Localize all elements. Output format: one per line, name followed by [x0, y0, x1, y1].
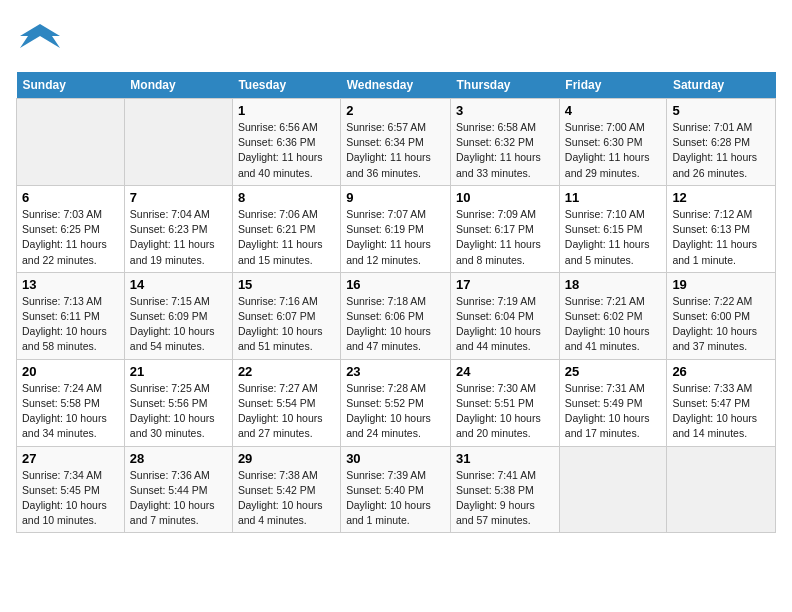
day-info: Sunrise: 7:28 AMSunset: 5:52 PMDaylight:…: [346, 382, 431, 440]
day-number: 20: [22, 364, 119, 379]
day-info: Sunrise: 7:39 AMSunset: 5:40 PMDaylight:…: [346, 469, 431, 527]
day-info: Sunrise: 7:38 AMSunset: 5:42 PMDaylight:…: [238, 469, 323, 527]
day-info: Sunrise: 7:00 AMSunset: 6:30 PMDaylight:…: [565, 121, 650, 179]
calendar-cell: 9 Sunrise: 7:07 AMSunset: 6:19 PMDayligh…: [341, 185, 451, 272]
calendar-cell: 18 Sunrise: 7:21 AMSunset: 6:02 PMDaylig…: [559, 272, 667, 359]
day-info: Sunrise: 7:15 AMSunset: 6:09 PMDaylight:…: [130, 295, 215, 353]
day-info: Sunrise: 7:03 AMSunset: 6:25 PMDaylight:…: [22, 208, 107, 266]
calendar-cell: 17 Sunrise: 7:19 AMSunset: 6:04 PMDaylig…: [451, 272, 560, 359]
svg-marker-0: [20, 24, 60, 48]
day-info: Sunrise: 7:25 AMSunset: 5:56 PMDaylight:…: [130, 382, 215, 440]
day-number: 27: [22, 451, 119, 466]
day-number: 24: [456, 364, 554, 379]
day-info: Sunrise: 7:13 AMSunset: 6:11 PMDaylight:…: [22, 295, 107, 353]
day-info: Sunrise: 7:07 AMSunset: 6:19 PMDaylight:…: [346, 208, 431, 266]
day-number: 18: [565, 277, 662, 292]
day-info: Sunrise: 7:27 AMSunset: 5:54 PMDaylight:…: [238, 382, 323, 440]
week-row-1: 1 Sunrise: 6:56 AMSunset: 6:36 PMDayligh…: [17, 99, 776, 186]
calendar-cell: 5 Sunrise: 7:01 AMSunset: 6:28 PMDayligh…: [667, 99, 776, 186]
day-number: 8: [238, 190, 335, 205]
day-header-sunday: Sunday: [17, 72, 125, 99]
day-info: Sunrise: 7:34 AMSunset: 5:45 PMDaylight:…: [22, 469, 107, 527]
week-row-4: 20 Sunrise: 7:24 AMSunset: 5:58 PMDaylig…: [17, 359, 776, 446]
day-number: 23: [346, 364, 445, 379]
calendar-cell: 14 Sunrise: 7:15 AMSunset: 6:09 PMDaylig…: [124, 272, 232, 359]
calendar-cell: 20 Sunrise: 7:24 AMSunset: 5:58 PMDaylig…: [17, 359, 125, 446]
day-number: 4: [565, 103, 662, 118]
day-number: 29: [238, 451, 335, 466]
day-number: 26: [672, 364, 770, 379]
calendar-cell: 4 Sunrise: 7:00 AMSunset: 6:30 PMDayligh…: [559, 99, 667, 186]
calendar-cell: 2 Sunrise: 6:57 AMSunset: 6:34 PMDayligh…: [341, 99, 451, 186]
logo-icon: [16, 16, 64, 64]
calendar-cell: 10 Sunrise: 7:09 AMSunset: 6:17 PMDaylig…: [451, 185, 560, 272]
day-number: 2: [346, 103, 445, 118]
day-info: Sunrise: 7:09 AMSunset: 6:17 PMDaylight:…: [456, 208, 541, 266]
day-header-wednesday: Wednesday: [341, 72, 451, 99]
calendar-cell: [17, 99, 125, 186]
calendar-cell: [124, 99, 232, 186]
day-header-tuesday: Tuesday: [232, 72, 340, 99]
day-header-thursday: Thursday: [451, 72, 560, 99]
day-info: Sunrise: 7:01 AMSunset: 6:28 PMDaylight:…: [672, 121, 757, 179]
calendar-cell: 16 Sunrise: 7:18 AMSunset: 6:06 PMDaylig…: [341, 272, 451, 359]
day-number: 7: [130, 190, 227, 205]
day-info: Sunrise: 7:30 AMSunset: 5:51 PMDaylight:…: [456, 382, 541, 440]
day-info: Sunrise: 7:24 AMSunset: 5:58 PMDaylight:…: [22, 382, 107, 440]
calendar-cell: 28 Sunrise: 7:36 AMSunset: 5:44 PMDaylig…: [124, 446, 232, 533]
calendar-cell: 6 Sunrise: 7:03 AMSunset: 6:25 PMDayligh…: [17, 185, 125, 272]
day-number: 31: [456, 451, 554, 466]
calendar-cell: 12 Sunrise: 7:12 AMSunset: 6:13 PMDaylig…: [667, 185, 776, 272]
day-info: Sunrise: 7:16 AMSunset: 6:07 PMDaylight:…: [238, 295, 323, 353]
calendar-cell: 23 Sunrise: 7:28 AMSunset: 5:52 PMDaylig…: [341, 359, 451, 446]
calendar-cell: 25 Sunrise: 7:31 AMSunset: 5:49 PMDaylig…: [559, 359, 667, 446]
day-number: 15: [238, 277, 335, 292]
day-header-saturday: Saturday: [667, 72, 776, 99]
day-number: 6: [22, 190, 119, 205]
day-info: Sunrise: 6:56 AMSunset: 6:36 PMDaylight:…: [238, 121, 323, 179]
day-info: Sunrise: 7:12 AMSunset: 6:13 PMDaylight:…: [672, 208, 757, 266]
day-number: 16: [346, 277, 445, 292]
calendar-cell: 22 Sunrise: 7:27 AMSunset: 5:54 PMDaylig…: [232, 359, 340, 446]
day-number: 30: [346, 451, 445, 466]
day-number: 17: [456, 277, 554, 292]
day-info: Sunrise: 7:33 AMSunset: 5:47 PMDaylight:…: [672, 382, 757, 440]
day-number: 3: [456, 103, 554, 118]
day-info: Sunrise: 7:18 AMSunset: 6:06 PMDaylight:…: [346, 295, 431, 353]
calendar-cell: 21 Sunrise: 7:25 AMSunset: 5:56 PMDaylig…: [124, 359, 232, 446]
calendar-cell: 31 Sunrise: 7:41 AMSunset: 5:38 PMDaylig…: [451, 446, 560, 533]
day-info: Sunrise: 7:41 AMSunset: 5:38 PMDaylight:…: [456, 469, 536, 527]
day-info: Sunrise: 7:31 AMSunset: 5:49 PMDaylight:…: [565, 382, 650, 440]
calendar-cell: 26 Sunrise: 7:33 AMSunset: 5:47 PMDaylig…: [667, 359, 776, 446]
day-number: 22: [238, 364, 335, 379]
calendar-cell: 1 Sunrise: 6:56 AMSunset: 6:36 PMDayligh…: [232, 99, 340, 186]
calendar-cell: 19 Sunrise: 7:22 AMSunset: 6:00 PMDaylig…: [667, 272, 776, 359]
logo: [16, 16, 68, 64]
calendar-cell: 27 Sunrise: 7:34 AMSunset: 5:45 PMDaylig…: [17, 446, 125, 533]
week-row-2: 6 Sunrise: 7:03 AMSunset: 6:25 PMDayligh…: [17, 185, 776, 272]
day-number: 28: [130, 451, 227, 466]
calendar-cell: 3 Sunrise: 6:58 AMSunset: 6:32 PMDayligh…: [451, 99, 560, 186]
day-info: Sunrise: 6:57 AMSunset: 6:34 PMDaylight:…: [346, 121, 431, 179]
day-number: 13: [22, 277, 119, 292]
day-info: Sunrise: 7:21 AMSunset: 6:02 PMDaylight:…: [565, 295, 650, 353]
calendar-cell: [667, 446, 776, 533]
day-header-monday: Monday: [124, 72, 232, 99]
calendar-cell: 8 Sunrise: 7:06 AMSunset: 6:21 PMDayligh…: [232, 185, 340, 272]
day-number: 14: [130, 277, 227, 292]
day-info: Sunrise: 7:22 AMSunset: 6:00 PMDaylight:…: [672, 295, 757, 353]
day-number: 19: [672, 277, 770, 292]
calendar-cell: 15 Sunrise: 7:16 AMSunset: 6:07 PMDaylig…: [232, 272, 340, 359]
day-number: 9: [346, 190, 445, 205]
calendar-cell: 11 Sunrise: 7:10 AMSunset: 6:15 PMDaylig…: [559, 185, 667, 272]
calendar-cell: 29 Sunrise: 7:38 AMSunset: 5:42 PMDaylig…: [232, 446, 340, 533]
day-number: 25: [565, 364, 662, 379]
day-info: Sunrise: 7:06 AMSunset: 6:21 PMDaylight:…: [238, 208, 323, 266]
day-info: Sunrise: 7:19 AMSunset: 6:04 PMDaylight:…: [456, 295, 541, 353]
calendar-table: SundayMondayTuesdayWednesdayThursdayFrid…: [16, 72, 776, 533]
calendar-cell: 24 Sunrise: 7:30 AMSunset: 5:51 PMDaylig…: [451, 359, 560, 446]
calendar-cell: 30 Sunrise: 7:39 AMSunset: 5:40 PMDaylig…: [341, 446, 451, 533]
header: [16, 16, 776, 64]
day-number: 21: [130, 364, 227, 379]
day-header-friday: Friday: [559, 72, 667, 99]
